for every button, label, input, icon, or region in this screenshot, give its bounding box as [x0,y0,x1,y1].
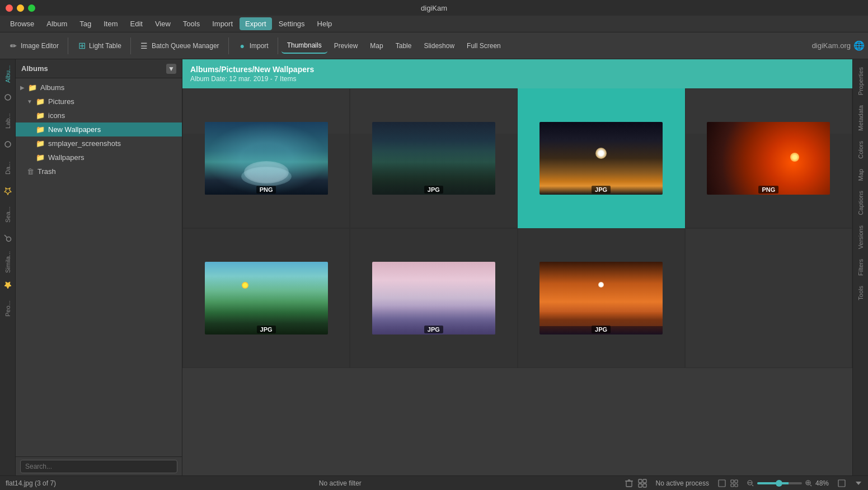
menu-edit[interactable]: Edit [124,17,148,30]
toolbar-import[interactable]: ● Import [232,38,274,54]
toolbar-thumbnails[interactable]: Thumbnails [281,38,327,54]
status-zoom-control: 48% [747,479,829,487]
svg-rect-11 [639,484,642,487]
menu-album[interactable]: Album [41,17,73,30]
trash-icon: 🗑 [27,167,34,176]
svg-rect-6 [626,481,632,487]
menu-item[interactable]: Item [98,17,123,30]
svg-rect-12 [643,484,646,487]
menu-browse[interactable]: Browse [4,17,40,30]
menu-export[interactable]: Export [240,17,272,30]
menu-tag[interactable]: Tag [74,17,97,30]
left-panel-labels[interactable]: Lab... [1,110,15,132]
toolbar-batch-queue[interactable]: ☰ Batch Queue Manager [134,38,225,54]
thumbnail-label-5: JPG [257,326,276,333]
titlebar: digiKam [0,0,868,16]
left-panel-albums[interactable]: Albu... [1,63,15,85]
sidebar-item-new-wallpapers[interactable]: 📁 New Wallpapers [16,123,182,136]
menu-tools[interactable]: Tools [177,17,205,30]
sidebar-item-icons[interactable]: 📁 icons [16,109,182,123]
close-button[interactable] [6,4,13,12]
sidebar-search-area [16,456,182,475]
thumbnail-cell-8[interactable] [685,228,852,368]
left-panel-icon-10[interactable] [1,274,15,296]
thumbnail-label-7: JPG [592,326,611,333]
view-icon-1[interactable] [718,479,726,487]
thumbnail-cell-1[interactable]: PNG [182,88,350,228]
sidebar: Albums ▼ ▶ 📁 Albums ▼ 📁 Pictures 📁 icons [16,59,182,475]
svg-rect-10 [643,479,646,483]
light-table-icon: ⊞ [77,41,86,50]
zoom-dropdown-icon[interactable] [855,479,862,487]
toolbar-separator-2 [130,37,131,54]
left-panel-search[interactable]: Sea... [1,204,15,226]
menu-settings[interactable]: Settings [273,17,311,30]
statusbar: flat14.jpg (3 of 7) No active filter No … [0,475,868,490]
right-tab-properties[interactable]: Properties [855,63,866,100]
sidebar-search-input[interactable] [20,460,177,473]
left-panel-similar[interactable]: Simila... [1,251,15,273]
toolbar-map[interactable]: Map [364,39,388,53]
svg-rect-17 [735,484,738,487]
toolbar-preview[interactable]: Preview [329,39,364,53]
right-tab-captions[interactable]: Captions [855,186,866,219]
thumbnail-cell-2[interactable]: JPG [350,88,517,228]
right-tab-metadata[interactable]: Metadata [855,101,866,135]
zoom-fit-icon[interactable] [838,479,846,487]
toolbar-table[interactable]: Table [390,39,417,53]
sidebar-item-wallpapers[interactable]: 📁 Wallpapers [16,150,182,164]
left-panel-dates[interactable]: Da... [1,157,15,179]
thumbnail-label-1: PNG [256,186,276,194]
menu-help[interactable]: Help [312,17,338,30]
toolbar-fullscreen[interactable]: Full Screen [461,39,506,53]
left-panel-icon-6[interactable] [1,180,15,202]
zoom-slider[interactable] [757,482,802,484]
thumbnail-cell-5[interactable]: JPG [182,228,350,368]
maximize-button[interactable] [28,4,35,12]
menu-import[interactable]: Import [207,17,238,30]
right-tab-tools[interactable]: Tools [855,281,866,305]
left-panel-people[interactable]: Peo... [1,298,15,320]
app-title: digiKam [421,4,447,12]
thumbnail-cell-4[interactable]: PNG [685,88,852,228]
grid-icon[interactable] [638,479,647,488]
right-tab-colors[interactable]: Colors [855,136,866,163]
sidebar-item-albums-root[interactable]: ▶ 📁 Albums [16,81,182,95]
thumbnail-cell-6[interactable]: JPG [350,228,517,368]
sidebar-item-pictures[interactable]: ▼ 📁 Pictures [16,95,182,109]
thumbnail-cell-3[interactable]: JPG [518,88,685,228]
toolbar: ✏ Image Editor ⊞ Light Table ☰ Batch Que… [0,32,868,59]
left-panel-icon-4[interactable] [1,133,15,156]
thumbnail-image-4 [707,122,830,195]
minimize-button[interactable] [17,4,24,12]
status-filter: No active filter [319,479,362,487]
sidebar-item-trash[interactable]: 🗑 Trash [16,164,182,178]
toolbar-separator-4 [278,37,278,54]
svg-line-24 [810,485,811,486]
folder-icon: 📁 [36,153,45,162]
toolbar-slideshow[interactable]: Slideshow [418,39,460,53]
svg-marker-2 [4,188,11,195]
left-panel-icon-2[interactable] [1,86,15,109]
main-area: Albu... Lab... Da... Sea... Simila... [0,59,868,475]
thumbnail-image-6 [372,262,495,334]
view-icon-2[interactable] [730,479,738,487]
sidebar-item-smplayer[interactable]: 📁 smplayer_screenshots [16,136,182,150]
sidebar-dropdown-button[interactable]: ▼ [166,64,176,74]
right-tab-versions[interactable]: Versions [855,221,866,253]
thumbnail-cell-7[interactable]: JPG [518,228,685,368]
delete-icon[interactable] [625,479,634,488]
thumbnail-label-6: JPG [424,326,443,333]
left-panel-icon-8[interactable] [1,227,15,249]
menu-view[interactable]: View [149,17,176,30]
right-tab-map[interactable]: Map [855,164,866,185]
thumbnail-label-2: JPG [424,186,443,194]
globe-icon: 🌐 [853,40,865,51]
toolbar-separator-3 [228,37,229,54]
right-tab-filters[interactable]: Filters [855,255,866,280]
zoom-in-icon[interactable] [805,480,812,487]
zoom-out-icon[interactable] [747,480,754,487]
toolbar-light-table[interactable]: ⊞ Light Table [72,38,127,54]
toolbar-image-editor[interactable]: ✏ Image Editor [3,38,64,54]
expand-arrow-icon: ▶ [20,84,25,91]
